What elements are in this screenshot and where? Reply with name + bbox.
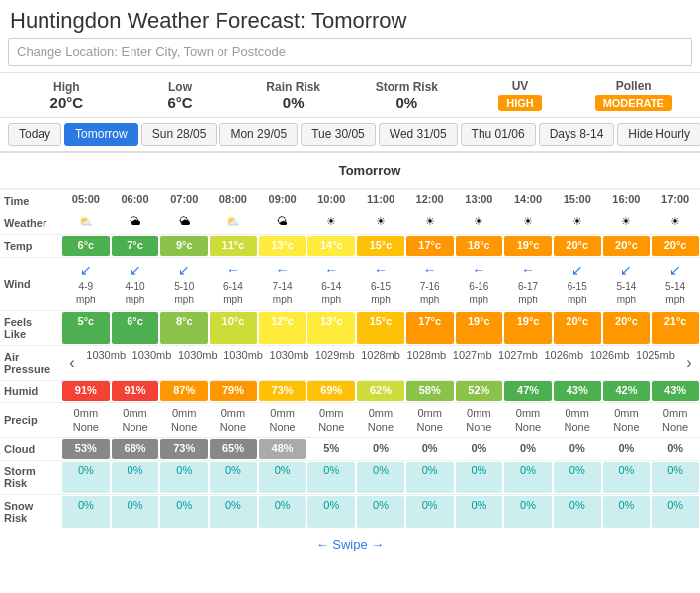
cloud-cell: 48% — [259, 439, 306, 459]
wind-arrow-icon: ↙ — [160, 261, 208, 279]
weather-icon-cell: ☀ — [455, 212, 504, 234]
nav-btn-tue-30/05[interactable]: Tue 30/05 — [301, 123, 376, 146]
temp-cell: 13°c — [259, 236, 306, 256]
feels-cell: 21°c — [652, 312, 699, 344]
pressure-cell: 1030mb — [220, 346, 266, 380]
weather-icon-cell: ☀ — [651, 212, 700, 234]
nav-btn-sun-28/05[interactable]: Sun 28/05 — [141, 123, 218, 146]
nav-btn-hide-hourly[interactable]: Hide Hourly — [617, 123, 700, 146]
weather-icon-cell: ☀ — [405, 212, 455, 234]
humid-cell: 47% — [504, 381, 552, 401]
nav-btn-thu-01/06[interactable]: Thu 01/06 — [461, 123, 536, 146]
precip-cell: 0mm None — [258, 403, 307, 438]
snow-cell: 0% — [554, 496, 601, 528]
pressure-cell: 1030mb — [175, 346, 220, 380]
pressure-cell: 1027mb — [495, 346, 541, 380]
snow-cell: 0% — [160, 496, 208, 528]
wind-cell: ←7-16 mph — [405, 258, 455, 310]
snow-cell: 0% — [357, 496, 404, 528]
snow-cell: 0% — [112, 496, 159, 528]
humid-cell: 87% — [160, 381, 208, 401]
weather-icon-cell: ☀ — [503, 212, 553, 234]
pressure-cell: 1027mb — [450, 346, 495, 380]
snow-cell: 0% — [210, 496, 257, 528]
storm-cell: 0% — [259, 462, 306, 493]
pressure-cell: 1025mb — [633, 346, 678, 380]
nav-btn-wed-31/05[interactable]: Wed 31/05 — [379, 123, 458, 146]
precip-cell: 0mm None — [405, 403, 455, 438]
wind-arrow-icon: ← — [504, 261, 552, 279]
storm-cell: 0% — [307, 462, 355, 493]
nav-btn-mon-29/05[interactable]: Mon 29/05 — [219, 123, 298, 146]
time-cell: 06:00 — [111, 190, 160, 212]
wind-cell: ←6-17 mph — [503, 258, 553, 310]
pressure-cell: 1030mb — [83, 346, 129, 380]
cloud-cell: 73% — [160, 439, 208, 459]
wind-arrow-icon: ↙ — [554, 261, 601, 279]
weather-icon-cell: 🌥 — [159, 212, 209, 234]
storm-cell: 0% — [554, 462, 601, 493]
location-input[interactable]: Change Location: Enter City, Town or Pos… — [8, 38, 692, 66]
humid-cell: 43% — [554, 381, 601, 401]
wind-arrow-icon: ← — [210, 261, 257, 279]
weather-icon-cell: ☀ — [553, 212, 602, 234]
feels-cell: 12°c — [259, 312, 306, 344]
wind-cell: ←7-14 mph — [258, 258, 307, 310]
storm-cell: 0% — [112, 462, 159, 493]
storm-cell: 0% — [406, 462, 454, 493]
wind-arrow-icon: ← — [357, 261, 404, 279]
nav-btn-today[interactable]: Today — [8, 123, 61, 146]
feels-cell: 17°c — [406, 312, 454, 344]
snow-cell: 0% — [406, 496, 454, 528]
wind-cell: ↙6-15 mph — [553, 258, 602, 310]
temp-cell: 17°c — [406, 236, 454, 256]
temp-cell: 20°c — [603, 236, 651, 256]
precip-cell: 0mm None — [61, 403, 111, 438]
storm-cell: 0% — [603, 462, 651, 493]
pressure-cell: 1028mb — [358, 346, 403, 380]
summary-high: High 20°C — [10, 80, 124, 111]
pressure-cell: 1028mb — [403, 346, 449, 380]
cloud-cell: 0% — [554, 439, 601, 459]
next-arrow[interactable]: › — [678, 346, 700, 380]
temp-cell: 18°c — [456, 236, 503, 256]
precip-cell: 0mm None — [356, 403, 405, 438]
feels-cell: 8°c — [160, 312, 208, 344]
weather-icon-cell: ⛅ — [61, 212, 111, 234]
prev-arrow[interactable]: ‹ — [61, 346, 83, 380]
feels-cell: 20°c — [603, 312, 651, 344]
precip-cell: 0mm None — [503, 403, 553, 438]
snow-cell: 0% — [603, 496, 651, 528]
pressure-cell: 1026mb — [541, 346, 586, 380]
nav-btn-tomorrow[interactable]: Tomorrow — [64, 123, 138, 146]
precip-cell: 0mm None — [111, 403, 160, 438]
temp-cell: 6°c — [62, 236, 110, 256]
feels-cell: 5°c — [62, 312, 110, 344]
summary-bar: High 20°C Low 6°C Rain Risk 0% Storm Ris… — [0, 72, 700, 118]
feels-cell: 13°c — [307, 312, 355, 344]
forecast-container: Time‹05:0006:0007:0008:0009:0010:0011:00… — [0, 189, 700, 529]
time-cell: 07:00 — [159, 190, 209, 212]
cloud-cell: 0% — [357, 439, 404, 459]
wind-arrow-icon: ← — [406, 261, 454, 279]
weather-icon-cell: 🌤 — [258, 212, 307, 234]
humid-cell: 42% — [603, 381, 651, 401]
precip-cell: 0mm None — [651, 403, 700, 438]
cloud-cell: 5% — [307, 439, 355, 459]
pressure-cell: 1026mb — [586, 346, 632, 380]
weather-icon-cell: ☀ — [356, 212, 405, 234]
weather-icon-cell: ⛅ — [209, 212, 258, 234]
nav-btn-days-8-14[interactable]: Days 8-14 — [539, 123, 615, 146]
swipe-bar: ← Swipe → — [0, 529, 700, 559]
wind-arrow-icon: ↙ — [652, 261, 699, 279]
time-cell: 16:00 — [602, 190, 652, 212]
temp-cell: 7°c — [112, 236, 159, 256]
humid-cell: 79% — [210, 381, 257, 401]
summary-rain: Rain Risk 0% — [236, 80, 350, 111]
humid-cell: 69% — [307, 381, 355, 401]
wind-arrow-icon: ↙ — [112, 261, 159, 279]
summary-low: Low 6°C — [124, 80, 237, 111]
wind-cell: ←6-14 mph — [209, 258, 258, 310]
time-cell: 09:00 — [258, 190, 307, 212]
wind-cell: ↙5-10 mph — [159, 258, 209, 310]
